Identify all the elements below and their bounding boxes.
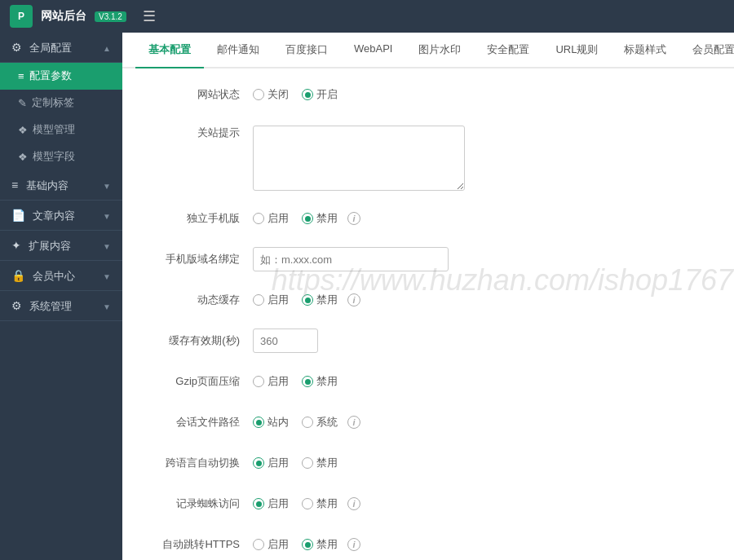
close-notice-label: 关站提示 (139, 126, 253, 140)
sidebar-group-extend-content[interactable]: ✦ 扩展内容 ▼ (0, 231, 122, 261)
mobile-version-disable[interactable]: 禁用 (302, 211, 338, 226)
log-spider-label: 记录蜘蛛访问 (139, 496, 253, 511)
auto-https-disable[interactable]: 禁用 (302, 537, 338, 552)
sidebar-item-model-fields[interactable]: ❖ 模型字段 (0, 143, 122, 170)
site-status-on[interactable]: 开启 (302, 87, 338, 102)
sidebar-group-article-content[interactable]: 📄 文章内容 ▼ (0, 201, 122, 231)
mobile-domain-label: 手机版域名绑定 (139, 252, 253, 267)
session-system[interactable]: 系统 (302, 415, 338, 430)
close-notice-row: 关站提示 (139, 122, 718, 191)
radio-ah-enable-circle (253, 539, 264, 550)
gzip-enable[interactable]: 启用 (253, 374, 289, 389)
tab-member-config[interactable]: 会员配置 (679, 33, 734, 68)
tab-baidu[interactable]: 百度接口 (272, 33, 341, 68)
dynamic-cache-enable[interactable]: 启用 (253, 293, 289, 307)
site-status-off[interactable]: 关闭 (253, 87, 289, 102)
mobile-version-info-icon[interactable]: i (347, 212, 360, 225)
session-path-control: 站内 系统 i (253, 415, 718, 430)
form-area: https://www.huzhan.com/ishop17677 网站状态 关… (122, 68, 734, 560)
gzip-row: Gzip页面压缩 启用 禁用 (139, 368, 718, 395)
sidebar: ⚙ 全局配置 ▲ ≡ 配置参数 ✎ 定制标签 ❖ 模型管理 ❖ 模型字段 ≡ 基… (0, 33, 122, 560)
dynamic-cache-radio-group: 启用 禁用 (253, 293, 338, 307)
gzip-disable[interactable]: 禁用 (302, 374, 338, 389)
sidebar-item-config-params[interactable]: ≡ 配置参数 (0, 63, 122, 90)
log-spider-control: 启用 禁用 i (253, 496, 718, 511)
tab-webapi[interactable]: WebAPI (341, 33, 405, 68)
sidebar-item-model-manage[interactable]: ❖ 模型管理 (0, 117, 122, 143)
radio-off-circle (253, 89, 264, 100)
cache-expire-label: 缓存有效期(秒) (139, 333, 253, 348)
menu-icon: ≡ (18, 70, 24, 82)
cache-expire-input[interactable] (253, 329, 318, 353)
extend-icon: ✦ (11, 239, 21, 252)
tab-security[interactable]: 安全配置 (474, 33, 542, 68)
topbar: P 网站后台 V3.1.2 ☰ (0, 0, 734, 33)
mobile-version-radio-group: 启用 禁用 (253, 211, 338, 226)
auto-https-enable[interactable]: 启用 (253, 537, 289, 552)
radio-dc-disable-circle (302, 294, 313, 306)
sidebar-group-member-center[interactable]: 🔒 会员中心 ▼ (0, 261, 122, 291)
radio-mv-enable-circle (253, 213, 264, 224)
lang-switch-row: 跨语言自动切换 启用 禁用 (139, 450, 718, 476)
radio-log-enable-circle (253, 498, 264, 509)
dynamic-cache-row: 动态缓存 启用 禁用 i (139, 287, 718, 313)
list-icon: ≡ (11, 179, 18, 192)
lang-switch-disable[interactable]: 禁用 (302, 456, 338, 470)
dynamic-cache-info-icon[interactable]: i (347, 293, 360, 306)
radio-ls-disable-circle (302, 457, 313, 469)
auto-https-control: 启用 禁用 i (253, 537, 718, 552)
auto-https-info-icon[interactable]: i (347, 538, 360, 551)
session-path-row: 会话文件路径 站内 系统 i (139, 409, 718, 435)
mobile-domain-control (253, 247, 718, 271)
sidebar-group-global-config[interactable]: ⚙ 全局配置 ▲ (0, 33, 122, 63)
layout: ⚙ 全局配置 ▲ ≡ 配置参数 ✎ 定制标签 ❖ 模型管理 ❖ 模型字段 ≡ 基… (0, 33, 734, 560)
site-title: 网站后台 (41, 9, 86, 24)
session-inside[interactable]: 站内 (253, 415, 289, 430)
dynamic-cache-disable[interactable]: 禁用 (302, 293, 338, 307)
radio-ls-enable-circle (253, 457, 264, 469)
mobile-domain-input[interactable] (253, 247, 449, 271)
sidebar-group-system-manage[interactable]: ⚙ 系统管理 ▼ (0, 291, 122, 321)
log-spider-info-icon[interactable]: i (347, 497, 360, 510)
doc-icon: 📄 (11, 209, 25, 222)
log-spider-enable[interactable]: 启用 (253, 496, 289, 511)
mobile-version-enable[interactable]: 启用 (253, 211, 289, 226)
log-spider-disable[interactable]: 禁用 (302, 496, 338, 511)
session-path-info-icon[interactable]: i (347, 416, 360, 429)
arrow-down-icon: ▼ (103, 182, 111, 191)
radio-gzip-disable-circle (302, 376, 313, 387)
gzip-radio-group: 启用 禁用 (253, 374, 338, 389)
radio-sp-inside-circle (253, 417, 264, 428)
cache-expire-control (253, 329, 718, 353)
radio-sp-system-circle (302, 417, 313, 428)
tab-watermark[interactable]: 图片水印 (405, 33, 474, 68)
gzip-label: Gzip页面压缩 (139, 374, 253, 389)
close-notice-textarea[interactable] (253, 126, 465, 191)
tab-url[interactable]: URL规则 (542, 33, 611, 68)
close-notice-control (253, 126, 718, 191)
lang-switch-label: 跨语言自动切换 (139, 456, 253, 470)
log-spider-radio-group: 启用 禁用 (253, 496, 338, 511)
arrow-up-icon: ▲ (103, 44, 111, 53)
lang-switch-enable[interactable]: 启用 (253, 456, 289, 470)
sidebar-item-custom-tags[interactable]: ✎ 定制标签 (0, 90, 122, 117)
arrow-down4-icon: ▼ (103, 272, 111, 281)
mobile-version-control: 启用 禁用 i (253, 211, 718, 226)
cache-expire-row: 缓存有效期(秒) (139, 328, 718, 354)
site-status-radio-group: 关闭 开启 (253, 87, 338, 102)
radio-on-circle (302, 89, 313, 100)
edit-icon: ✎ (18, 97, 27, 109)
tab-basic[interactable]: 基本配置 (135, 33, 204, 68)
radio-ah-disable-circle (302, 539, 313, 550)
sidebar-group-basic-content[interactable]: ≡ 基础内容 ▼ (0, 170, 122, 201)
tab-mail[interactable]: 邮件通知 (204, 33, 272, 68)
radio-dc-enable-circle (253, 294, 264, 306)
menu-toggle-icon[interactable]: ☰ (143, 7, 156, 25)
session-path-label: 会话文件路径 (139, 415, 253, 430)
gear-icon: ⚙ (11, 41, 22, 54)
tab-title-style[interactable]: 标题样式 (611, 33, 679, 68)
mobile-version-label: 独立手机版 (139, 211, 253, 226)
arrow-down5-icon: ▼ (103, 302, 111, 311)
lang-switch-radio-group: 启用 禁用 (253, 456, 338, 470)
arrow-down3-icon: ▼ (103, 242, 111, 251)
